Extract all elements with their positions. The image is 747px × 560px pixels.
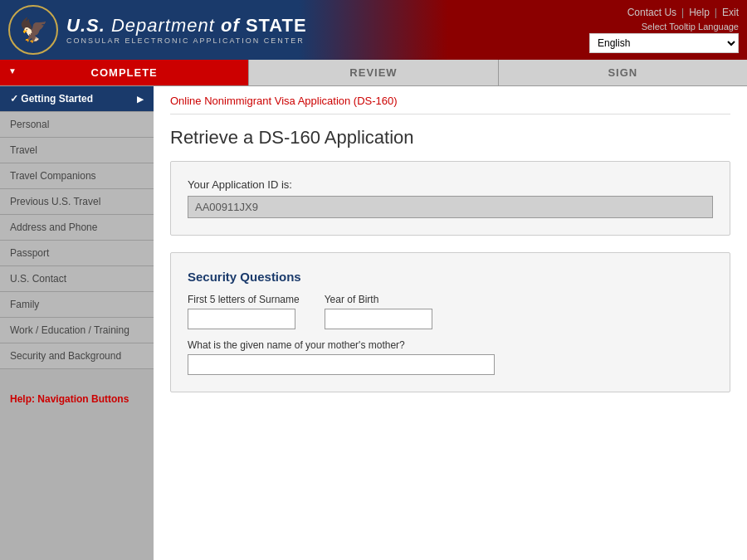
sidebar-item-security-background[interactable]: Security and Background [0,343,154,369]
sidebar-item-us-contact[interactable]: U.S. Contact [0,266,154,292]
surname-label: First 5 letters of Surname [188,294,300,305]
arrow-icon: ▶ [137,95,144,104]
help-link[interactable]: Help [689,7,710,18]
sidebar: ✓ Getting Started ▶ Personal Travel Trav… [0,86,154,560]
application-id-card: Your Application ID is: [170,161,730,236]
sidebar-item-previous-us-travel[interactable]: Previous U.S. Travel [0,189,154,215]
security-row-1: First 5 letters of Surname Year of Birth [188,294,713,329]
sidebar-help: Help: Navigation Buttons [0,386,154,411]
header-right: Contact Us | Help | Exit Select Tooltip … [589,7,739,53]
contact-us-link[interactable]: Contact Us [627,7,676,18]
content-wrapper: ✓ Getting Started ▶ Personal Travel Trav… [0,86,747,560]
tab-sign[interactable]: SIGN [499,60,747,85]
header-left: 🦅 U.S. Department of STATE Consular Elec… [8,5,307,55]
security-title: Security Questions [188,270,713,284]
surname-input[interactable] [188,309,295,329]
tab-complete[interactable]: COMPLETE [0,60,249,85]
sidebar-item-travel-companions[interactable]: Travel Companions [0,163,154,189]
mothers-mother-input[interactable] [188,354,495,375]
breadcrumb: Online Nonimmigrant Visa Application (DS… [170,95,730,114]
top-links: Contact Us | Help | Exit [627,7,739,18]
subtitle: Consular Electronic Application Center [66,37,307,45]
sidebar-item-getting-started[interactable]: ✓ Getting Started ▶ [0,86,154,112]
sidebar-item-passport[interactable]: Passport [0,241,154,266]
birth-year-group: Year of Birth [325,294,432,329]
tooltip-section: Select Tooltip Language English Español … [589,22,739,53]
header: 🦅 U.S. Department of STATE Consular Elec… [0,0,747,60]
tooltip-label: Select Tooltip Language [642,22,739,32]
sidebar-item-personal[interactable]: Personal [0,112,154,138]
birth-year-input[interactable] [325,309,432,329]
birth-year-label: Year of Birth [325,294,432,305]
sidebar-item-work-education[interactable]: Work / Education / Training [0,318,154,343]
language-select[interactable]: English Español Français Deutsch 中文 [589,33,739,53]
mothers-mother-group: What is the given name of your mother's … [188,339,713,375]
tab-review[interactable]: REVIEW [249,60,498,85]
header-title: U.S. Department of STATE Consular Electr… [66,15,307,45]
sidebar-item-family[interactable]: Family [0,292,154,318]
exit-link[interactable]: Exit [722,7,739,18]
page-title: Retrieve a DS-160 Application [170,127,730,149]
app-id-input[interactable] [188,196,713,218]
app-id-label: Your Application ID is: [188,178,713,191]
help-label: Help: Navigation Buttons [10,393,129,405]
seal-icon: 🦅 [8,5,58,55]
mothers-mother-label: What is the given name of your mother's … [188,339,713,351]
main-content: Online Nonimmigrant Visa Application (DS… [154,86,747,560]
security-questions-card: Security Questions First 5 letters of Su… [170,252,730,392]
sidebar-item-travel[interactable]: Travel [0,138,154,163]
check-icon: ✓ Getting Started [10,93,93,105]
sidebar-item-address-phone[interactable]: Address and Phone [0,215,154,241]
tab-navigation: COMPLETE REVIEW SIGN [0,60,747,86]
dept-name: U.S. Department of STATE [66,15,307,37]
surname-group: First 5 letters of Surname [188,294,300,329]
